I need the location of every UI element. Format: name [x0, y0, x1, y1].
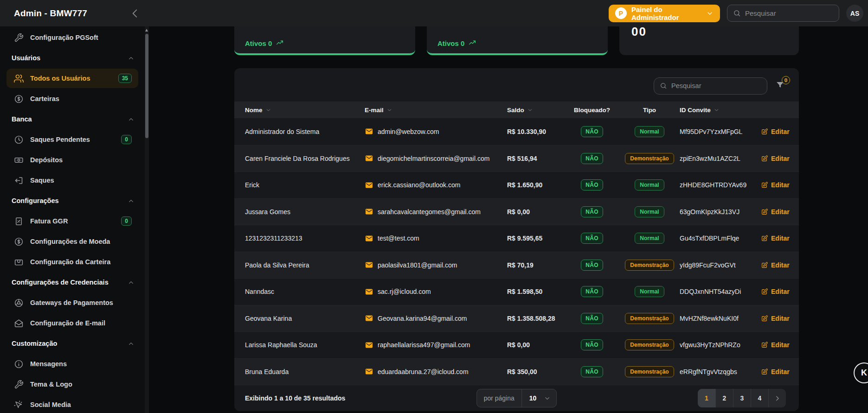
page-button[interactable]: 3 — [733, 389, 751, 407]
edit-button[interactable]: Editar — [761, 181, 799, 189]
pencil-icon — [761, 368, 768, 375]
per-page-select[interactable]: por página 10 — [476, 389, 557, 407]
column-header-saldo[interactable]: Saldo — [507, 107, 565, 114]
sidebar-item[interactable]: Gateways de Pagamentos — [6, 293, 138, 312]
blocked-badge: NÃO — [581, 260, 603, 271]
sidebar-item[interactable]: Todos os Usuários35 — [6, 69, 138, 88]
global-search-input[interactable] — [745, 9, 833, 17]
column-header-nome[interactable]: Nome — [234, 107, 365, 114]
scrollbar-up-arrow[interactable] — [145, 29, 148, 32]
sidebar-item[interactable]: Carteiras — [6, 89, 138, 108]
actives-label: Ativos 0 — [437, 39, 476, 47]
chevron-up-icon[interactable] — [128, 279, 135, 286]
user-name: Geovana Karina — [234, 315, 365, 322]
sidebar-entry: Configuração da Carteira — [0, 252, 145, 272]
sort-chevron-icon[interactable] — [265, 107, 271, 113]
edit-button[interactable]: Editar — [761, 235, 799, 242]
edit-button[interactable]: Editar — [761, 208, 799, 216]
sidebar-item[interactable]: Mensagens — [6, 354, 138, 374]
edit-button[interactable]: Editar — [761, 128, 799, 135]
sidebar-item[interactable]: Fatura GGR0 — [6, 211, 138, 231]
blocked-cell: NÃO — [565, 233, 619, 244]
user-email-text: raphaellalarissa497@gmail.com — [378, 341, 470, 349]
user-avatar[interactable]: AS — [846, 5, 863, 22]
floating-widget-button[interactable]: K — [854, 362, 868, 383]
table-row: Erickerick.cassiano@outlook.comR$ 1.650,… — [234, 172, 799, 198]
column-header-id-convite[interactable]: ID Convite — [680, 107, 761, 114]
search-icon — [660, 82, 667, 89]
user-email: sac.rj@icloud.com — [365, 287, 507, 296]
filter-button[interactable]: 0 — [775, 80, 785, 92]
sidebar-item[interactable]: Configurações de Moeda — [6, 232, 138, 251]
sidebar-section-header[interactable]: Configurações de Credenciais — [0, 272, 145, 292]
type-cell: Demonstração — [619, 153, 680, 164]
sidebar-item[interactable]: Depósitos — [6, 150, 138, 170]
edit-button[interactable]: Editar — [761, 368, 799, 375]
sidebar-section-label: Usuários — [12, 54, 128, 62]
next-page-button[interactable] — [768, 389, 786, 407]
table-search-input[interactable] — [671, 82, 761, 89]
scrollbar-thumb[interactable] — [145, 34, 148, 138]
user-balance: R$ 10.330,90 — [507, 128, 565, 135]
sidebar-section-header[interactable]: Customização — [0, 333, 145, 354]
sort-chevron-icon[interactable] — [386, 107, 392, 113]
chevron-up-icon[interactable] — [128, 116, 135, 123]
sidebar-entry: Todos os Usuários35 — [0, 68, 145, 89]
type-cell: Demonstração — [619, 260, 680, 271]
sidebar-collapse-button[interactable] — [129, 7, 141, 19]
edit-button[interactable]: Editar — [761, 341, 799, 349]
user-balance: R$ 1.598,50 — [507, 288, 565, 295]
edit-button[interactable]: Editar — [761, 315, 799, 322]
sort-chevron-icon[interactable] — [527, 107, 533, 113]
page-button[interactable]: 1 — [698, 389, 715, 407]
sidebar-item[interactable]: Configuração PGSoft — [6, 28, 138, 47]
mail-open-icon — [14, 318, 24, 328]
type-cell: Normal — [619, 179, 680, 191]
chevron-up-icon[interactable] — [128, 197, 135, 204]
sidebar-item[interactable]: Tema & Logo — [6, 375, 138, 394]
pencil-icon — [761, 181, 768, 189]
user-name: Larissa Raphaella Souza — [234, 341, 365, 349]
edit-label: Editar — [771, 368, 790, 375]
chevron-left-icon — [129, 7, 141, 19]
sidebar-item-label: Carteiras — [30, 95, 132, 102]
sidebar-item[interactable]: Configuração de E-mail — [6, 313, 138, 333]
edit-label: Editar — [771, 261, 790, 269]
sidebar-item[interactable]: Social Media — [6, 395, 138, 413]
edit-button[interactable]: Editar — [761, 155, 799, 162]
user-balance: R$ 0,00 — [507, 208, 565, 216]
invite-id: DDQJxnNHT54azyDi — [680, 288, 761, 295]
sidebar-item-label: Depósitos — [30, 156, 132, 164]
table-row: Bruna Eduardaeduardaabruna.27@icloud.com… — [234, 358, 799, 385]
sidebar-item-label: Mensagens — [30, 360, 132, 368]
sort-chevron-icon[interactable] — [714, 107, 720, 113]
blocked-badge: NÃO — [581, 366, 603, 377]
sidebar-item[interactable]: Saques — [6, 171, 138, 190]
dollar-icon — [14, 94, 24, 104]
admin-panel-icon: P — [615, 7, 627, 19]
sidebar-section-header[interactable]: Configurações — [0, 191, 145, 211]
invite-id: MvHZNf8ewkNuKI0f — [680, 315, 761, 322]
sidebar-section-header[interactable]: Usuários — [0, 48, 145, 68]
admin-panel-button[interactable]: P Painel do Administrador — [609, 5, 720, 22]
column-header-email[interactable]: E-mail — [365, 107, 507, 114]
envelope-icon — [365, 341, 373, 349]
search-icon — [733, 9, 741, 17]
page-button[interactable]: 4 — [751, 389, 768, 407]
edit-label: Editar — [771, 181, 790, 189]
chevron-up-icon[interactable] — [128, 340, 135, 347]
filter-count-badge: 0 — [782, 76, 790, 84]
page-button[interactable]: 2 — [715, 389, 733, 407]
edit-button[interactable]: Editar — [761, 288, 799, 295]
edit-button[interactable]: Editar — [761, 261, 799, 269]
sidebar-scrollbar[interactable] — [145, 26, 149, 413]
blocked-cell: NÃO — [565, 366, 619, 377]
edit-label: Editar — [771, 288, 790, 295]
user-email: sarahcavalcantegomes@gmail.com — [365, 207, 507, 216]
table-toolbar: 0 — [234, 68, 799, 102]
sidebar-section-header[interactable]: Banca — [0, 109, 145, 129]
envelope-icon — [365, 181, 373, 190]
sidebar-item[interactable]: Saques Pendentes0 — [6, 130, 138, 149]
chevron-up-icon[interactable] — [128, 55, 135, 62]
sidebar-item[interactable]: Configuração da Carteira — [6, 252, 138, 272]
